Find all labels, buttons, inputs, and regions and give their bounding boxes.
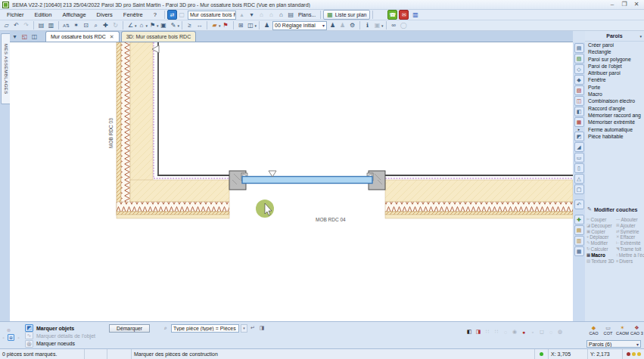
action-divers[interactable]: ≡Divers (614, 258, 644, 265)
panel-item-rectangle[interactable]: Rectangle (585, 48, 644, 55)
combinaison-electro-icon[interactable] (574, 132, 584, 141)
panel-item-piece-habitable[interactable]: Pièce habitable (585, 133, 644, 140)
menu-fenetre[interactable]: Fenêtre (118, 11, 148, 20)
ferme-automatique-icon[interactable] (574, 174, 584, 184)
toggle-points2-icon[interactable]: ∷ (493, 328, 500, 336)
action-decouper[interactable]: ◪Découper (585, 223, 614, 229)
undo-layer-icon[interactable] (574, 200, 584, 209)
creer-paroi-icon[interactable] (574, 43, 584, 53)
toggle-ellipse-icon[interactable]: ◌ (547, 328, 555, 336)
mark-details-icon[interactable]: ∿ (25, 332, 33, 339)
panel-item-fenetre[interactable]: Fenêtre (585, 76, 644, 83)
panel-item-combinaison-electro[interactable]: Combinaison électro (585, 97, 644, 104)
wall-structure-layer[interactable] (385, 180, 573, 202)
binoculars-search-icon[interactable] (389, 20, 399, 30)
wall-cladding-layer[interactable] (385, 212, 573, 215)
wall-cladding-layer[interactable] (117, 42, 121, 215)
mark-current-icon[interactable]: ⊕ (8, 334, 14, 341)
mark-prev-icon[interactable]: ▫ (0, 334, 7, 341)
tab-list-dropdown-icon[interactable] (10, 32, 20, 42)
rectangle-icon[interactable] (574, 54, 584, 63)
paroi-polygone-icon[interactable] (574, 64, 584, 74)
plans-icon[interactable] (286, 10, 296, 20)
open-folder-icon[interactable] (2, 20, 11, 30)
action-effacer[interactable]: ✕Effacer (614, 234, 644, 240)
toggle-points-icon[interactable]: ∷ (484, 328, 491, 336)
panel-item-memoriser-extremite[interactable]: Mémoriser extrémité (585, 119, 644, 125)
panels-dropdown-icon[interactable]: ▾ (255, 23, 257, 28)
fenetre-icon[interactable] (574, 96, 584, 106)
caom-tab[interactable]: ✶ CAOM (615, 322, 630, 339)
menu-fichier[interactable]: Fichier (2, 11, 30, 20)
wall-cladding-layer[interactable] (117, 212, 229, 215)
mark-objects-icon[interactable]: ◩ (25, 324, 33, 332)
house-open-icon[interactable] (266, 10, 276, 20)
action-symetrie[interactable]: ⇄Symétrie (614, 229, 644, 235)
panel-item-attribuer-paroi[interactable]: Attribuer paroi (585, 70, 644, 76)
drawing-canvas[interactable]: MOB RDC 03 MOB RDC 04 (10, 42, 573, 321)
wall-plan-drawing[interactable]: MOB RDC 03 MOB RDC 04 (10, 42, 573, 321)
info-icon[interactable] (362, 20, 372, 30)
toggle-fill-icon[interactable]: ◧ (465, 328, 473, 336)
action-trame-toit[interactable]: ◥Trame toit (614, 246, 644, 252)
modify-layers-header[interactable]: ✎ Modifier couches (585, 205, 644, 214)
zoom-page-icon[interactable] (81, 20, 91, 30)
sort-icon[interactable] (61, 20, 71, 30)
mark-mode-icon[interactable]: ⊛ (5, 327, 12, 333)
person-remove-icon[interactable] (338, 20, 347, 30)
menu-affichage[interactable]: Affichage (57, 11, 91, 20)
preset-combo-arrow-icon[interactable]: ▾ (321, 23, 325, 28)
prev-wall-icon[interactable] (237, 10, 247, 20)
pan-icon[interactable] (101, 20, 110, 30)
filter-search-icon[interactable]: ⌕ (162, 324, 170, 332)
copy-dropdown-icon[interactable]: ▾ (381, 23, 384, 28)
tab-plan-view[interactable]: Mur ossature bois RDC ✕ (45, 31, 120, 42)
toggle-fill-red-icon[interactable]: ◨ (474, 328, 482, 336)
preset-combo[interactable]: 00 Réglage initial ▾ (272, 21, 327, 30)
wall-horizontal-left[interactable] (117, 175, 229, 218)
print-icon[interactable] (36, 20, 46, 30)
wall-facing-layer[interactable] (385, 215, 573, 218)
wall-facing-layer[interactable] (117, 215, 229, 218)
memoriser-raccord-icon[interactable] (574, 153, 584, 162)
panel-item-paroi-polygone[interactable]: Paroi sur polygone (585, 56, 644, 63)
close-view-icon[interactable] (20, 32, 30, 42)
pencil-dropdown-icon[interactable]: ▾ (178, 23, 180, 28)
paroi-objet-icon[interactable] (574, 75, 584, 85)
mail-icon[interactable] (399, 10, 409, 20)
filter-apply-icon[interactable]: ↵ (249, 324, 257, 332)
piece-habitable-icon[interactable] (574, 184, 584, 194)
plans-button[interactable]: Plans... (296, 10, 318, 20)
minimize-button[interactable]: – (607, 1, 618, 8)
cao3d-tab[interactable]: ❖ CAO 3 (630, 322, 644, 339)
action-modifier[interactable]: ✎Modifier (585, 240, 614, 246)
memoriser-extremite-icon[interactable] (574, 163, 584, 173)
magnifier-icon[interactable] (91, 20, 101, 30)
porte-icon[interactable] (574, 107, 584, 116)
menu-edition[interactable]: Edition (30, 11, 58, 20)
add-layer-icon[interactable] (574, 215, 584, 224)
panel-item-macro[interactable]: Macro (585, 91, 644, 97)
panel-item-raccord-angle[interactable]: Raccord d'angle (585, 105, 644, 112)
wall-insulation-layer[interactable] (117, 202, 229, 212)
settings-gear-icon[interactable] (347, 20, 357, 30)
panel-item-paroi-objet[interactable]: Paroi de l'objet (585, 63, 644, 70)
panel-dropdown-icon[interactable]: ▾ (639, 34, 642, 39)
house-level-icon[interactable] (276, 10, 286, 20)
filter-options-icon[interactable]: ◨ (258, 324, 266, 332)
demarquer-button[interactable]: Démarquer (109, 324, 150, 333)
layer-grid-icon[interactable] (574, 246, 584, 256)
wall-dropdown-icon[interactable] (247, 10, 257, 20)
liste-sur-plan-button[interactable]: ▦ Liste sur plan (323, 10, 370, 20)
action-macro[interactable]: ▦Macro (585, 252, 614, 258)
undo-icon[interactable] (11, 20, 21, 30)
panel-item-creer-paroi[interactable]: Créer paroi (585, 42, 644, 48)
panel-header[interactable]: Parois ▾ (585, 31, 644, 42)
toggle-circle-icon[interactable]: ◌ (502, 328, 509, 336)
close-button[interactable]: ✕ (631, 1, 642, 8)
redo-icon[interactable] (21, 20, 31, 30)
teamviewer-icon[interactable] (410, 10, 420, 20)
layer-combo[interactable]: Parois (6) ▾ (586, 340, 641, 348)
wall-structure-layer[interactable] (130, 180, 229, 202)
toggle-dot-icon[interactable]: ● (520, 328, 527, 336)
